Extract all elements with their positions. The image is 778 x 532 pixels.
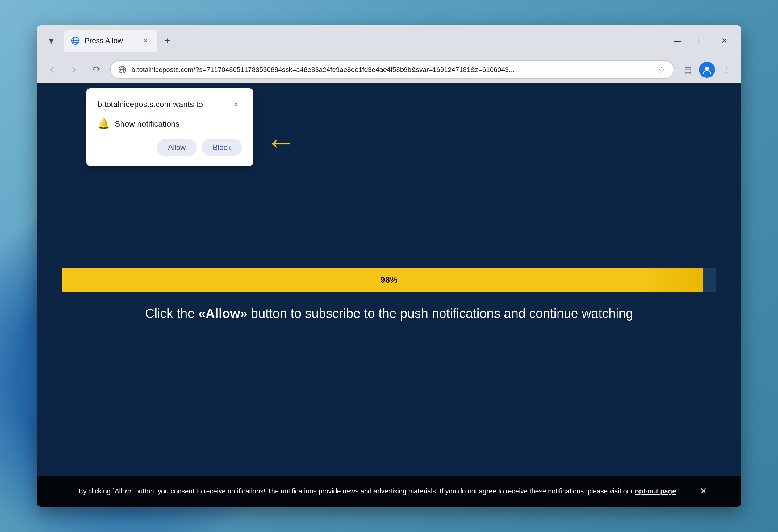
permission-description: Show notifications [115,119,180,129]
popup-buttons: Allow Block [97,139,242,156]
maximize-button[interactable]: □ [690,32,711,50]
tab-close-button[interactable]: × [141,36,151,46]
block-button[interactable]: Block [202,139,242,156]
popup-header: b.totalniceposts.com wants to × [97,98,242,110]
sidebar-button[interactable]: ▤ [679,61,697,78]
address-bar: b.totalniceposts.com/?s=7117048651178353… [37,56,741,83]
chrome-menu-button[interactable]: ⋮ [717,61,735,78]
browser-actions: ▤ ⋮ [679,61,735,78]
cta-text-after: button to subscribe to the push notifica… [247,306,633,321]
bookmark-button[interactable]: ☆ [655,64,668,76]
forward-button[interactable] [66,61,83,78]
consent-text-main: By clicking `Allow` button, you consent … [78,487,633,495]
popup-permission-row: 🔔 Show notifications [97,118,242,129]
consent-close-button[interactable]: ✕ [697,484,710,498]
window-controls: — □ ✕ [667,32,735,50]
call-to-action: Click the «Allow» button to subscribe to… [145,304,633,323]
tab-container: Press Allow × + [64,30,662,52]
reload-button[interactable] [88,61,105,78]
profile-button[interactable] [699,62,715,78]
tab-favicon [70,36,80,46]
title-bar: ▾ Press Allow × + — □ ✕ [37,25,741,56]
browser-content: b.totalniceposts.com wants to × 🔔 Show n… [37,83,741,507]
cta-text-before: Click the [145,306,199,321]
minimize-button[interactable]: — [667,32,688,50]
consent-text-container: By clicking `Allow` button, you consent … [68,486,690,497]
tab-list-button[interactable]: ▾ [43,33,59,49]
consent-bar: By clicking `Allow` button, you consent … [37,476,741,507]
security-icon [117,64,128,75]
progress-percentage: 98% [380,275,398,285]
new-tab-button[interactable]: + [159,33,175,49]
bell-icon: 🔔 [97,118,110,129]
url-bar[interactable]: b.totalniceposts.com/?s=7117048651178353… [110,61,674,79]
back-button[interactable] [43,61,61,78]
popup-title: b.totalniceposts.com wants to [97,100,203,109]
permission-popup: b.totalniceposts.com wants to × 🔔 Show n… [86,88,253,166]
popup-close-button[interactable]: × [230,98,242,110]
allow-button[interactable]: Allow [157,139,197,156]
tab-title: Press Allow [85,36,137,45]
close-button[interactable]: ✕ [714,32,735,50]
active-tab[interactable]: Press Allow × [64,30,157,52]
opt-out-link[interactable]: opt-out page [635,487,676,495]
cta-emphasis: «Allow» [198,306,247,321]
progress-bar-container: 98% [62,268,716,292]
svg-point-8 [705,67,709,70]
browser-window: ▾ Press Allow × + — □ ✕ [37,25,741,507]
arrow-indicator: ← [265,126,296,157]
consent-text-suffix: ! [678,487,680,495]
content-area: 98% Click the «Allow» button to subscrib… [37,268,741,323]
url-text: b.totalniceposts.com/?s=7117048651178353… [132,66,651,74]
